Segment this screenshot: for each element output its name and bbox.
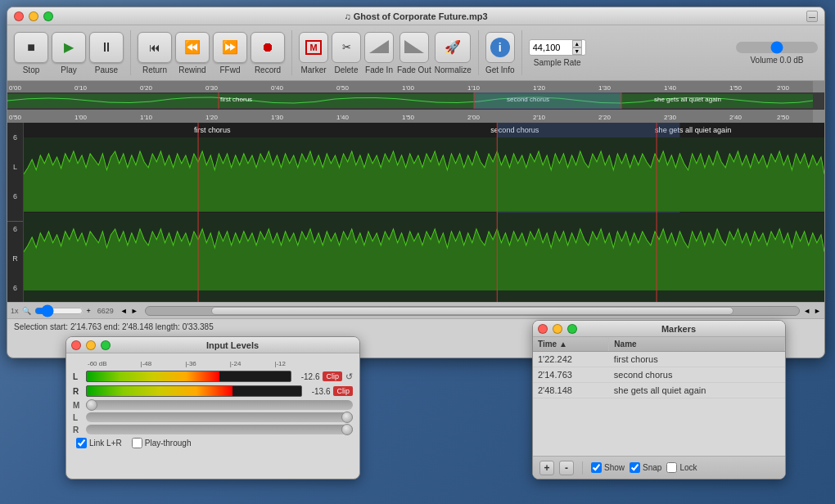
getinfo-button[interactable]: i: [485, 32, 515, 63]
stop-button[interactable]: ■: [14, 32, 48, 63]
next-frame-btn[interactable]: ►: [131, 307, 138, 315]
prev-frame-btn[interactable]: ◄: [120, 307, 128, 315]
channel-l-label: L: [13, 163, 17, 171]
marker-time-3: 2'48.148: [533, 383, 609, 398]
volume-group: Volume 0.0 dB: [736, 42, 818, 65]
il-window-controls: [71, 340, 111, 350]
horizontal-scrollbar[interactable]: [145, 306, 801, 316]
fadeout-section: Fade Out: [397, 32, 431, 74]
il-minimize-btn[interactable]: [86, 340, 96, 350]
waveform-area: 0'00 0'10 0'20 0'30 0'40 0'50 1'00 1'10 …: [7, 81, 824, 302]
fadeout-button[interactable]: [399, 32, 429, 63]
record-button[interactable]: ⏺: [250, 32, 285, 63]
ffwd-label: FFwd: [220, 65, 241, 74]
marker-row-2[interactable]: 2'14.763 second chorus: [533, 367, 785, 383]
ffwd-button[interactable]: ⏩: [213, 32, 247, 63]
zoom-level: 1x: [11, 307, 19, 315]
spinner-up[interactable]: ▲: [572, 40, 582, 47]
scrollbar-thumb[interactable]: [211, 307, 734, 315]
fadeout-label: Fade Out: [397, 65, 431, 74]
rewind-label: Rewind: [178, 65, 205, 74]
mini-ruler: 0'00 0'10 0'20 0'30 0'40 0'50 1'00 1'10 …: [7, 81, 824, 92]
marker-row-3[interactable]: 2'48.148 she gets all quiet again: [533, 383, 785, 398]
scroll-right-btn[interactable]: ►: [814, 307, 821, 315]
level-r-meter: [86, 385, 302, 397]
play-label: Play: [61, 65, 76, 74]
rewind-button[interactable]: ⏪: [175, 32, 210, 63]
clip-r-button[interactable]: Clip: [333, 386, 353, 396]
rewind-icon: ⏪: [184, 39, 201, 55]
fadein-icon: [369, 38, 389, 56]
mk-close-btn[interactable]: [538, 324, 548, 334]
il-maximize-btn[interactable]: [101, 340, 111, 350]
fadein-button[interactable]: [364, 32, 394, 63]
stop-section: ■ Stop: [14, 32, 48, 74]
maximize-button[interactable]: [43, 11, 53, 21]
marker-time-2: 2'14.763: [533, 367, 609, 383]
fadein-label: Fade In: [365, 65, 393, 74]
link-lr-checkbox[interactable]: [76, 438, 87, 448]
zoom-in-icon[interactable]: +: [87, 307, 91, 315]
svg-text:1'40: 1'40: [336, 114, 349, 121]
mk-maximize-btn[interactable]: [567, 324, 577, 334]
svg-text:1'20: 1'20: [533, 84, 545, 92]
level-r-bar: [87, 386, 232, 396]
volume-slider[interactable]: [736, 42, 818, 53]
ffwd-icon: ⏩: [222, 39, 238, 55]
volume-label: Volume 0.0 dB: [750, 56, 803, 65]
toolbar-sep-3: [478, 30, 479, 75]
markers-header-row: Time ▲ Name: [533, 337, 785, 352]
mk-window-controls: [538, 324, 577, 334]
sample-rate-input[interactable]: 44,100 ▲ ▼: [529, 39, 586, 56]
r-slider-row: R: [73, 425, 353, 434]
svg-text:1'10: 1'10: [140, 114, 152, 121]
sample-rate-group: 44,100 ▲ ▼ Sample Rate: [529, 39, 586, 67]
r-slider[interactable]: [86, 425, 353, 434]
stop-icon: ■: [27, 40, 35, 55]
marker-section: M Marker: [299, 32, 328, 74]
close-button[interactable]: [14, 11, 24, 21]
main-ruler-svg: 0'50 1'00 1'10 1'20 1'30 1'40 1'50 2'00 …: [7, 110, 813, 123]
svg-text:0'40: 0'40: [271, 84, 283, 92]
toolbar-sep-1: [130, 30, 131, 75]
marker-button[interactable]: M: [299, 32, 328, 63]
pause-button[interactable]: ⏸: [89, 32, 124, 63]
clip-l-button[interactable]: Clip: [323, 371, 342, 381]
refresh-l-icon[interactable]: ↺: [345, 371, 353, 382]
delete-marker-button[interactable]: -: [559, 461, 574, 475]
fadeout-icon: [404, 38, 424, 56]
link-lr-item: Link L+R: [76, 438, 122, 448]
collapse-button[interactable]: —: [806, 11, 818, 22]
l-slider-label: L: [73, 413, 83, 422]
marker-row-1[interactable]: 1'22.242 first chorus: [533, 352, 785, 367]
normalize-button[interactable]: 🚀: [435, 32, 471, 63]
channel-r-label: R: [12, 254, 18, 263]
delete-button[interactable]: ✂: [332, 32, 361, 63]
minimize-button[interactable]: [29, 11, 38, 21]
playthrough-checkbox[interactable]: [132, 438, 142, 448]
l-slider[interactable]: [86, 412, 353, 422]
svg-text:2'40: 2'40: [729, 114, 742, 121]
return-button[interactable]: ⏮: [138, 32, 172, 63]
spinner-buttons: ▲ ▼: [572, 40, 582, 55]
snap-checkbox[interactable]: [630, 462, 640, 473]
il-close-btn[interactable]: [71, 340, 81, 350]
main-waveform-area: 6 L 6 6 R 6 first chorus second chorus s…: [7, 123, 824, 302]
input-levels-titlebar: Input Levels: [66, 337, 359, 353]
level-r-label: R: [73, 387, 83, 396]
add-marker-button[interactable]: +: [539, 461, 554, 475]
position-display: 6629: [97, 307, 114, 315]
sample-rate-label: Sample Rate: [534, 58, 581, 67]
m-slider[interactable]: [86, 400, 353, 410]
scroll-left-btn[interactable]: ◄: [803, 307, 810, 315]
zoom-out-icon[interactable]: 🔍: [22, 307, 31, 315]
play-button[interactable]: ▶: [52, 32, 86, 63]
mini-waveform-svg: first chorus second chorus she gets all …: [7, 92, 813, 110]
level-l-meter: [86, 371, 291, 382]
show-checkbox[interactable]: [591, 462, 602, 473]
zoom-slider[interactable]: [34, 307, 84, 315]
mk-minimize-btn[interactable]: [553, 324, 562, 334]
lock-item: Lock: [666, 462, 697, 473]
lock-checkbox[interactable]: [666, 462, 677, 473]
spinner-down[interactable]: ▼: [572, 47, 582, 55]
